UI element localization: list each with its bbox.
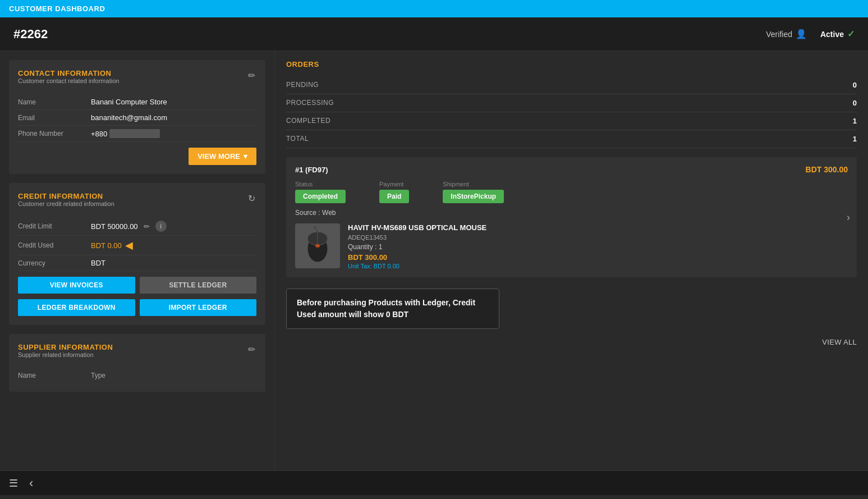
- email-value: bananitech@gmail.com: [91, 113, 167, 122]
- shipment-group: Shipment InStorePickup: [443, 181, 504, 203]
- product-name: HAVIT HV-MS689 USB OPTICAL MOUSE: [348, 223, 848, 232]
- view-invoices-button[interactable]: VIEW INVOICES: [18, 277, 135, 294]
- credit-card: CREDIT INFORMATION Customer credit relat…: [9, 183, 265, 325]
- view-all-link[interactable]: VIEW ALL: [822, 338, 857, 346]
- supplier-type-col: Type: [91, 372, 105, 379]
- credit-refresh-button[interactable]: ↻: [247, 192, 256, 205]
- chevron-down-icon: ▾: [244, 152, 247, 161]
- completed-label: COMPLETED: [286, 117, 330, 125]
- credit-limit-value-group: BDT 50000.00 ✏ i: [91, 221, 167, 232]
- name-label: Name: [18, 98, 91, 106]
- credit-limit-row: Credit Limit BDT 50000.00 ✏ i: [18, 217, 256, 236]
- credit-btn-row-2: LEDGER BREAKDOWN IMPORT LEDGER: [18, 299, 256, 316]
- supplier-header-row: Name Type: [18, 368, 256, 383]
- completed-value: 1: [853, 117, 857, 125]
- status-badge: Completed: [295, 190, 346, 203]
- pending-value: 0: [853, 81, 857, 89]
- credit-info-icon[interactable]: i: [155, 221, 167, 232]
- customer-id: #2262: [13, 27, 48, 42]
- status-label: Status: [295, 181, 346, 187]
- processing-row: PROCESSING 0: [286, 94, 857, 112]
- header-status: Verified 👤 Active ✓: [766, 29, 855, 39]
- name-value: Banani Computer Store: [91, 98, 167, 106]
- order-card: #1 (FD97) BDT 300.00 Status Completed Pa…: [286, 157, 857, 277]
- person-icon: 👤: [796, 29, 807, 39]
- credit-limit-label: Credit Limit: [18, 222, 91, 230]
- status-group: Status Completed: [295, 181, 346, 203]
- shipment-label: Shipment: [443, 181, 504, 187]
- verified-label: Verified: [766, 30, 792, 39]
- processing-label: PROCESSING: [286, 99, 334, 107]
- processing-value: 0: [853, 99, 857, 107]
- supplier-card: SUPPLIER INFORMATION Supplier related in…: [9, 334, 265, 392]
- pending-label: PENDING: [286, 81, 319, 89]
- svg-point-3: [315, 244, 320, 248]
- contact-edit-button[interactable]: ✏: [247, 69, 256, 82]
- contact-phone-row: Phone Number +880: [18, 126, 256, 142]
- svg-point-4: [314, 226, 316, 228]
- pending-row: PENDING 0: [286, 76, 857, 94]
- payment-badge: Paid: [379, 190, 409, 203]
- credit-used-value: BDT 0.00: [91, 241, 122, 250]
- credit-used-label: Credit Used: [18, 241, 91, 249]
- contact-subtitle: Customer contact related information: [18, 77, 119, 84]
- main-content: CONTACT INFORMATION Customer contact rel…: [0, 51, 868, 470]
- right-panel: ORDERS PENDING 0 PROCESSING 0 COMPLETED …: [275, 51, 868, 470]
- credit-limit-value: BDT 50000.00: [91, 222, 138, 231]
- credit-used-row: Credit Used BDT 0.00 ◀: [18, 236, 256, 255]
- currency-row: Currency BDT: [18, 255, 256, 271]
- orders-title: ORDERS: [286, 60, 857, 68]
- top-bar: CUSTOMER DASHBOARD: [0, 0, 868, 17]
- order-meta-row: Status Completed Payment Paid Shipment I…: [295, 181, 848, 203]
- phone-redacted: [109, 129, 160, 138]
- supplier-card-header: SUPPLIER INFORMATION Supplier related in…: [18, 343, 256, 366]
- credit-btn-row-1: VIEW INVOICES SETTLE LEDGER: [18, 277, 256, 294]
- product-info: HAVIT HV-MS689 USB OPTICAL MOUSE ADEQE13…: [348, 223, 848, 269]
- bottom-bar: ☰ ‹: [0, 470, 868, 495]
- contact-title: CONTACT INFORMATION: [18, 69, 119, 77]
- payment-label: Payment: [379, 181, 409, 187]
- supplier-subtitle: Supplier related information: [18, 351, 113, 358]
- completed-row: COMPLETED 1: [286, 112, 857, 130]
- top-bar-title: CUSTOMER DASHBOARD: [9, 4, 105, 13]
- credit-limit-edit-button[interactable]: ✏: [143, 221, 151, 232]
- phone-label: Phone Number: [18, 130, 91, 138]
- order-id: #1 (FD97): [295, 166, 328, 174]
- product-qty: Quantity : 1: [348, 243, 848, 251]
- order-source: Source : Web: [295, 209, 848, 217]
- import-ledger-button[interactable]: IMPORT LEDGER: [140, 299, 257, 316]
- left-panel: CONTACT INFORMATION Customer contact rel…: [0, 51, 275, 470]
- verified-status: Verified 👤: [766, 29, 807, 39]
- order-expand-button[interactable]: ›: [846, 210, 851, 225]
- view-more-container: VIEW MORE ▾: [18, 142, 256, 165]
- product-image: [295, 223, 340, 268]
- product-tax: Unit Tax: BDT 0.00: [348, 263, 848, 269]
- email-label: Email: [18, 114, 91, 122]
- shipment-badge: InStorePickup: [443, 190, 504, 203]
- product-sku: ADEQE13453: [348, 234, 848, 241]
- credit-title: CREDIT INFORMATION: [18, 192, 114, 200]
- credit-card-header: CREDIT INFORMATION Customer credit relat…: [18, 192, 256, 215]
- phone-value: +880: [91, 130, 107, 138]
- total-label: TOTAL: [286, 135, 309, 143]
- order-amount: BDT 300.00: [806, 165, 848, 174]
- view-all-row: VIEW ALL: [286, 338, 857, 346]
- total-row: TOTAL 1: [286, 130, 857, 148]
- currency-value: BDT: [91, 259, 105, 267]
- contact-card-header: CONTACT INFORMATION Customer contact rel…: [18, 69, 256, 92]
- supplier-edit-button[interactable]: ✏: [247, 343, 256, 356]
- check-icon: ✓: [847, 29, 855, 39]
- back-icon[interactable]: ‹: [29, 476, 33, 491]
- supplier-title: SUPPLIER INFORMATION: [18, 343, 113, 351]
- settle-ledger-button[interactable]: SETTLE LEDGER: [140, 277, 257, 294]
- product-row: HAVIT HV-MS689 USB OPTICAL MOUSE ADEQE13…: [295, 223, 848, 269]
- contact-email-row: Email bananitech@gmail.com: [18, 110, 256, 126]
- tooltip-box: Before purchasing Products with Ledger, …: [286, 289, 499, 329]
- arrow-left-icon: ◀: [125, 239, 133, 251]
- supplier-name-col: Name: [18, 372, 91, 379]
- order-card-header: #1 (FD97) BDT 300.00: [295, 165, 848, 174]
- ledger-breakdown-button[interactable]: LEDGER BREAKDOWN: [18, 299, 135, 316]
- product-price: BDT 300.00: [348, 253, 848, 262]
- view-more-button[interactable]: VIEW MORE ▾: [189, 148, 256, 165]
- menu-icon[interactable]: ☰: [9, 477, 18, 489]
